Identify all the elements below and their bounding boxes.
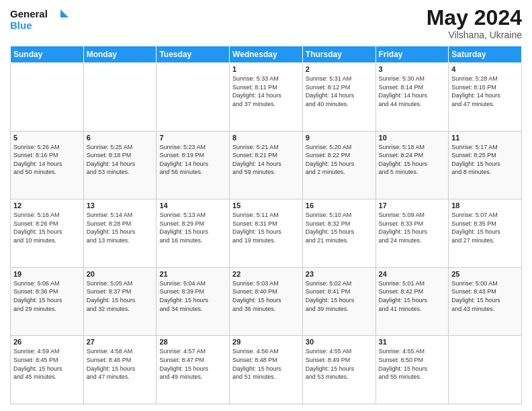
day-number: 16: [306, 201, 373, 210]
page: General Blue May 2024 Vilshana, Ukraine …: [0, 0, 532, 411]
day-info: Sunrise: 5:07 AM Sunset: 8:35 PM Dayligh…: [451, 211, 519, 244]
calendar-cell: 19Sunrise: 5:06 AM Sunset: 8:36 PM Dayli…: [11, 267, 84, 336]
calendar-cell: 17Sunrise: 5:09 AM Sunset: 8:33 PM Dayli…: [375, 199, 449, 268]
calendar-cell: 25Sunrise: 5:00 AM Sunset: 8:43 PM Dayli…: [449, 267, 522, 336]
day-number: 28: [159, 338, 226, 346]
day-number: 5: [13, 134, 81, 142]
day-number: 12: [13, 201, 81, 210]
day-info: Sunrise: 5:13 AM Sunset: 8:29 PM Dayligh…: [159, 211, 226, 244]
day-info: Sunrise: 5:00 AM Sunset: 8:43 PM Dayligh…: [451, 279, 519, 313]
day-info: Sunrise: 5:18 AM Sunset: 8:24 PM Dayligh…: [379, 143, 446, 177]
calendar-cell: 10Sunrise: 5:18 AM Sunset: 8:24 PM Dayli…: [375, 131, 449, 199]
day-number: 20: [87, 270, 154, 278]
weekday-header: Sunday: [11, 46, 84, 63]
day-number: 6: [87, 134, 154, 142]
day-number: 8: [232, 134, 300, 142]
calendar-cell: 24Sunrise: 5:01 AM Sunset: 8:42 PM Dayli…: [375, 267, 449, 336]
day-info: Sunrise: 5:09 AM Sunset: 8:33 PM Dayligh…: [379, 211, 446, 244]
day-number: 15: [232, 201, 300, 210]
calendar-week: 5Sunrise: 5:26 AM Sunset: 8:16 PM Daylig…: [11, 131, 522, 199]
weekday-header: Saturday: [449, 46, 522, 63]
calendar-cell: 13Sunrise: 5:14 AM Sunset: 8:28 PM Dayli…: [83, 199, 157, 268]
day-info: Sunrise: 5:01 AM Sunset: 8:42 PM Dayligh…: [379, 279, 446, 313]
day-info: Sunrise: 5:25 AM Sunset: 8:18 PM Dayligh…: [87, 143, 154, 177]
day-number: 19: [13, 270, 81, 278]
day-info: Sunrise: 5:21 AM Sunset: 8:21 PM Dayligh…: [232, 143, 300, 177]
day-info: Sunrise: 5:28 AM Sunset: 8:15 PM Dayligh…: [451, 75, 519, 108]
day-number: 9: [306, 134, 373, 142]
weekday-header: Friday: [375, 46, 449, 63]
calendar-cell: [449, 336, 522, 404]
day-number: 14: [159, 201, 226, 210]
logo-icon: General Blue: [10, 7, 71, 34]
day-number: 27: [87, 338, 154, 346]
calendar-cell: 20Sunrise: 5:05 AM Sunset: 8:37 PM Dayli…: [83, 267, 157, 336]
calendar-week: 19Sunrise: 5:06 AM Sunset: 8:36 PM Dayli…: [11, 267, 522, 336]
calendar-cell: 7Sunrise: 5:23 AM Sunset: 8:19 PM Daylig…: [157, 131, 230, 199]
svg-marker-2: [60, 9, 69, 17]
day-info: Sunrise: 5:10 AM Sunset: 8:32 PM Dayligh…: [306, 211, 373, 244]
day-number: 3: [379, 65, 446, 73]
calendar-cell: [11, 63, 84, 132]
day-number: 24: [379, 270, 446, 278]
calendar-cell: 27Sunrise: 4:58 AM Sunset: 8:46 PM Dayli…: [83, 336, 157, 404]
day-info: Sunrise: 5:04 AM Sunset: 8:39 PM Dayligh…: [159, 279, 226, 313]
day-number: 13: [87, 201, 154, 210]
calendar-cell: 18Sunrise: 5:07 AM Sunset: 8:35 PM Dayli…: [449, 199, 522, 268]
day-info: Sunrise: 4:55 AM Sunset: 8:49 PM Dayligh…: [306, 347, 373, 381]
calendar-cell: 16Sunrise: 5:10 AM Sunset: 8:32 PM Dayli…: [302, 199, 375, 268]
svg-text:Blue: Blue: [10, 19, 32, 31]
weekday-header: Tuesday: [157, 46, 230, 63]
day-number: 25: [451, 270, 519, 278]
weekday-header: Wednesday: [230, 46, 303, 63]
calendar-cell: 26Sunrise: 4:59 AM Sunset: 8:45 PM Dayli…: [11, 336, 84, 404]
header: General Blue May 2024 Vilshana, Ukraine: [10, 7, 522, 40]
calendar-cell: 4Sunrise: 5:28 AM Sunset: 8:15 PM Daylig…: [449, 63, 522, 132]
calendar-cell: 31Sunrise: 4:55 AM Sunset: 8:50 PM Dayli…: [375, 336, 449, 404]
day-number: 10: [379, 134, 446, 142]
calendar-cell: 14Sunrise: 5:13 AM Sunset: 8:29 PM Dayli…: [157, 199, 230, 268]
calendar-header: SundayMondayTuesdayWednesdayThursdayFrid…: [11, 46, 522, 63]
calendar-week: 26Sunrise: 4:59 AM Sunset: 8:45 PM Dayli…: [11, 336, 522, 404]
day-info: Sunrise: 5:17 AM Sunset: 8:25 PM Dayligh…: [451, 143, 519, 177]
calendar-cell: 5Sunrise: 5:26 AM Sunset: 8:16 PM Daylig…: [11, 131, 84, 199]
day-info: Sunrise: 5:20 AM Sunset: 8:22 PM Dayligh…: [306, 143, 373, 177]
day-number: 23: [306, 270, 373, 278]
day-info: Sunrise: 4:57 AM Sunset: 8:47 PM Dayligh…: [159, 347, 226, 381]
day-info: Sunrise: 5:31 AM Sunset: 8:12 PM Dayligh…: [306, 75, 373, 108]
day-info: Sunrise: 4:58 AM Sunset: 8:46 PM Dayligh…: [87, 347, 154, 381]
day-number: 1: [232, 65, 300, 73]
day-number: 22: [232, 270, 300, 278]
calendar-cell: 1Sunrise: 5:33 AM Sunset: 8:11 PM Daylig…: [230, 63, 303, 132]
day-number: 4: [451, 65, 519, 73]
day-info: Sunrise: 5:30 AM Sunset: 8:14 PM Dayligh…: [379, 75, 446, 108]
location-subtitle: Vilshana, Ukraine: [427, 30, 522, 40]
day-info: Sunrise: 5:16 AM Sunset: 8:26 PM Dayligh…: [13, 211, 81, 244]
calendar-cell: 12Sunrise: 5:16 AM Sunset: 8:26 PM Dayli…: [11, 199, 84, 268]
day-info: Sunrise: 4:56 AM Sunset: 8:48 PM Dayligh…: [232, 347, 300, 381]
calendar-cell: 23Sunrise: 5:02 AM Sunset: 8:41 PM Dayli…: [302, 267, 375, 336]
calendar-cell: 28Sunrise: 4:57 AM Sunset: 8:47 PM Dayli…: [157, 336, 230, 404]
day-number: 31: [379, 338, 446, 346]
calendar-cell: [83, 63, 157, 132]
day-number: 2: [306, 65, 373, 73]
day-info: Sunrise: 5:11 AM Sunset: 8:31 PM Dayligh…: [232, 211, 300, 244]
calendar-cell: 3Sunrise: 5:30 AM Sunset: 8:14 PM Daylig…: [375, 63, 449, 132]
day-info: Sunrise: 5:06 AM Sunset: 8:36 PM Dayligh…: [13, 279, 81, 313]
calendar-week: 1Sunrise: 5:33 AM Sunset: 8:11 PM Daylig…: [11, 63, 522, 132]
calendar-cell: 29Sunrise: 4:56 AM Sunset: 8:48 PM Dayli…: [230, 336, 303, 404]
day-info: Sunrise: 5:26 AM Sunset: 8:16 PM Dayligh…: [13, 143, 81, 177]
calendar-cell: 9Sunrise: 5:20 AM Sunset: 8:22 PM Daylig…: [302, 131, 375, 199]
day-number: 30: [306, 338, 373, 346]
day-number: 17: [379, 201, 446, 210]
calendar-body: 1Sunrise: 5:33 AM Sunset: 8:11 PM Daylig…: [11, 63, 522, 404]
weekday-row: SundayMondayTuesdayWednesdayThursdayFrid…: [11, 46, 522, 63]
day-number: 7: [159, 134, 226, 142]
day-info: Sunrise: 5:05 AM Sunset: 8:37 PM Dayligh…: [87, 279, 154, 313]
day-info: Sunrise: 5:23 AM Sunset: 8:19 PM Dayligh…: [159, 143, 226, 177]
day-info: Sunrise: 5:14 AM Sunset: 8:28 PM Dayligh…: [87, 211, 154, 244]
svg-text:General: General: [10, 8, 48, 19]
calendar-cell: 21Sunrise: 5:04 AM Sunset: 8:39 PM Dayli…: [157, 267, 230, 336]
day-number: 26: [13, 338, 81, 346]
weekday-header: Thursday: [302, 46, 375, 63]
